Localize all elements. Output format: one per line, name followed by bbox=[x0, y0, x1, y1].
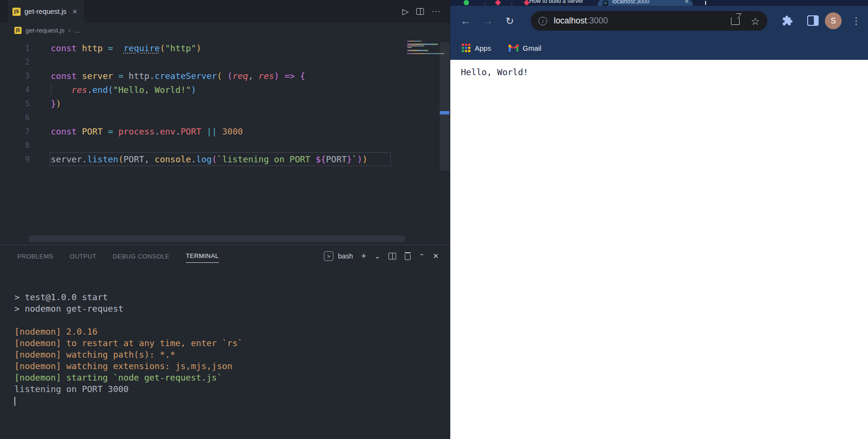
tab-separator bbox=[485, 1, 485, 5]
page-content-text: Hello, World! bbox=[461, 67, 528, 77]
terminal-line: [nodemon] 2.0.16 bbox=[14, 326, 243, 338]
more-actions-icon[interactable]: ··· bbox=[432, 7, 441, 16]
new-tab-button[interactable] bbox=[705, 1, 706, 5]
google-apps-grid-icon bbox=[462, 44, 470, 52]
code-text: const server = http.createServer( (req, … bbox=[51, 71, 305, 81]
url-text[interactable]: localhost:3000 bbox=[554, 16, 608, 26]
active-tab-localhost[interactable]: ∞ localhost:3000 ✕ bbox=[598, 0, 693, 6]
chrome-menu-icon[interactable]: ⋮ bbox=[852, 6, 861, 36]
url-port: :3000 bbox=[587, 16, 608, 25]
panel-tab-debug-console[interactable]: DEBUG CONSOLE bbox=[113, 250, 170, 263]
horizontal-scrollbar[interactable] bbox=[29, 236, 405, 242]
profile-avatar[interactable]: S bbox=[825, 12, 842, 29]
code-line[interactable]: 7const PORT = process.env.PORT || 3000 bbox=[0, 124, 450, 138]
split-terminal-icon[interactable] bbox=[388, 253, 396, 259]
overview-ruler-cursor-marker bbox=[440, 111, 449, 114]
active-tab-title: localhost:3000 bbox=[612, 0, 679, 5]
code-line[interactable]: 9server.listen(PORT, console.log(`listen… bbox=[0, 152, 450, 166]
code-text: const PORT = process.env.PORT || 3000 bbox=[51, 126, 243, 136]
code-line[interactable]: 5}) bbox=[0, 97, 450, 111]
bookmark-label: Apps bbox=[475, 44, 491, 52]
whatsapp-favicon[interactable] bbox=[464, 0, 469, 5]
code-block: 1const http = require("http")23const ser… bbox=[0, 41, 450, 166]
panel-tab-output[interactable]: OUTPUT bbox=[69, 250, 96, 263]
reload-button[interactable]: ↻ bbox=[499, 6, 520, 36]
panel-tabs: PROBLEMSOUTPUTDEBUG CONSOLETERMINAL bbox=[17, 245, 219, 267]
tab-close-icon[interactable]: ✕ bbox=[685, 0, 689, 5]
line-number: 8 bbox=[0, 141, 30, 150]
address-bar[interactable]: i localhost:3000 ☆ bbox=[531, 11, 767, 31]
panel-tab-terminal[interactable]: TERMINAL bbox=[186, 249, 219, 263]
panel-actions: > bash + ⌄ ⌃ ✕ bbox=[324, 245, 439, 267]
code-line[interactable]: 1const http = require("http") bbox=[0, 41, 450, 55]
terminal-dropdown-icon[interactable]: ⌄ bbox=[375, 252, 380, 260]
forward-button[interactable]: → bbox=[477, 6, 498, 36]
line-number: 6 bbox=[0, 113, 30, 122]
extensions-icon[interactable] bbox=[781, 14, 793, 29]
background-tab[interactable]: How to build a server bbox=[529, 0, 592, 4]
back-button[interactable]: ← bbox=[455, 6, 476, 36]
terminal-line: [nodemon] to restart at any time, enter … bbox=[14, 338, 243, 349]
breadcrumb[interactable]: JS get-request.js › ... bbox=[0, 23, 450, 37]
minimap-slider[interactable] bbox=[440, 42, 449, 170]
shell-name[interactable]: bash bbox=[338, 252, 353, 260]
terminal-line: listening on PORT 3000 bbox=[14, 383, 243, 395]
bookmark-apps[interactable]: Apps bbox=[462, 36, 491, 60]
line-number: 1 bbox=[0, 44, 30, 53]
vscode-window: JS get-request.js ✕ ▷ ··· JS get-request… bbox=[0, 0, 450, 439]
kill-terminal-icon[interactable] bbox=[404, 252, 411, 260]
bottom-panel: PROBLEMSOUTPUTDEBUG CONSOLETERMINAL > ba… bbox=[0, 245, 450, 439]
minimap-line bbox=[407, 41, 422, 42]
code-text: res.end("Hello, World!") bbox=[51, 85, 196, 95]
chevron-right-icon: › bbox=[69, 26, 71, 34]
site-info-icon[interactable]: i bbox=[538, 17, 547, 25]
bookmark-star-icon[interactable]: ☆ bbox=[751, 16, 760, 26]
terminal-line: [nodemon] watching path(s): *.* bbox=[14, 349, 243, 360]
gmail-icon bbox=[509, 45, 518, 52]
terminal-icon: > bbox=[324, 251, 333, 261]
minimap-line bbox=[407, 47, 412, 48]
code-line[interactable]: 3const server = http.createServer( (req,… bbox=[0, 69, 450, 83]
line-number: 4 bbox=[0, 85, 30, 94]
terminal-line: > test@1.0.0 start bbox=[14, 292, 243, 303]
code-line[interactable]: 6 bbox=[0, 111, 450, 124]
chrome-tab-strip: How to build a server ∞ localhost:3000 ✕ bbox=[450, 0, 868, 6]
bookmarks-bar: Apps Gmail bbox=[450, 36, 868, 60]
editor-tab-bar: JS get-request.js ✕ ▷ ··· bbox=[0, 0, 450, 23]
line-number: 2 bbox=[0, 57, 30, 67]
tab-close-icon[interactable]: ✕ bbox=[72, 8, 78, 15]
web-page: Hello, World! bbox=[450, 60, 868, 439]
breadcrumb-more[interactable]: ... bbox=[74, 27, 80, 34]
terminal-line: [nodemon] watching extensions: js,mjs,js… bbox=[14, 360, 243, 372]
run-code-icon[interactable]: ▷ bbox=[402, 7, 409, 17]
split-editor-icon[interactable] bbox=[416, 8, 424, 15]
url-host: localhost bbox=[554, 16, 587, 25]
maximize-panel-icon[interactable]: ⌃ bbox=[419, 252, 425, 260]
js-file-icon: JS bbox=[12, 8, 21, 16]
new-terminal-icon[interactable]: + bbox=[361, 251, 366, 261]
code-editor[interactable]: 1const http = require("http")23const ser… bbox=[0, 37, 450, 245]
localhost-favicon: ∞ bbox=[603, 0, 608, 6]
line-number: 3 bbox=[0, 71, 30, 80]
close-panel-icon[interactable]: ✕ bbox=[433, 252, 439, 260]
code-line[interactable]: 8 bbox=[0, 138, 450, 152]
terminal-cursor bbox=[14, 397, 15, 406]
bookmark-gmail[interactable]: Gmail bbox=[509, 36, 541, 60]
editor-tab-title: get-request.js bbox=[24, 8, 67, 15]
terminal-line bbox=[14, 315, 243, 326]
tab-favicon[interactable] bbox=[524, 0, 530, 6]
editor-tab-get-request[interactable]: JS get-request.js ✕ bbox=[8, 0, 84, 23]
terminal-output[interactable]: > test@1.0.0 start> nodemon get-request … bbox=[14, 292, 243, 406]
js-file-icon: JS bbox=[14, 27, 22, 34]
pinned-tab-favicon[interactable] bbox=[495, 0, 501, 6]
breadcrumb-file[interactable]: get-request.js bbox=[25, 27, 65, 34]
code-line[interactable]: 4 res.end("Hello, World!") bbox=[0, 83, 450, 97]
line-number: 9 bbox=[0, 155, 30, 164]
editor-actions: ▷ ··· bbox=[402, 0, 441, 23]
share-icon[interactable] bbox=[731, 17, 740, 25]
chrome-toolbar: ← → ↻ i localhost:3000 ☆ S ⋮ bbox=[450, 6, 868, 36]
panel-tab-problems[interactable]: PROBLEMS bbox=[17, 250, 53, 263]
code-line[interactable]: 2 bbox=[0, 55, 450, 69]
terminal-line: > nodemon get-request bbox=[14, 303, 243, 315]
side-panel-icon[interactable] bbox=[807, 15, 819, 26]
